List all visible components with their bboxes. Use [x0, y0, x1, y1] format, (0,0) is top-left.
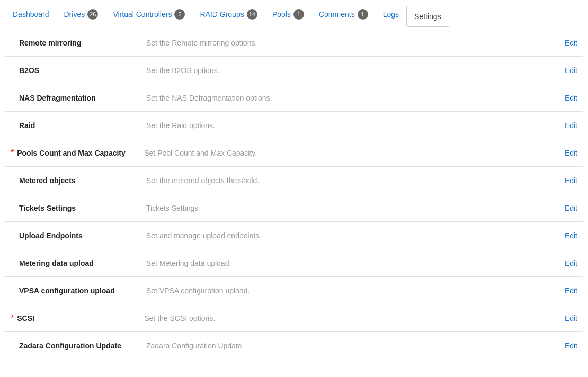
setting-name-remote-mirroring: Remote mirroring [19, 39, 136, 47]
setting-desc-nas-defragmentation: Set the NAS Defragmentation options. [136, 94, 565, 102]
nav-label-pools: Pools [272, 10, 291, 19]
nav-item-raid-groups[interactable]: RAID Groups14 [192, 0, 265, 29]
setting-name-text-pools-count-max-capacity: Pools Count and Max Capacity [17, 149, 126, 157]
setting-name-text-zadara-configuration-update: Zadara Configuration Update [19, 342, 121, 350]
nav-badge-drives: 26 [87, 9, 98, 20]
edit-button-remote-mirroring[interactable]: Edit [565, 39, 577, 47]
edit-button-upload-endpoints[interactable]: Edit [565, 231, 577, 240]
edit-button-vpsa-configuration-upload[interactable]: Edit [565, 286, 577, 295]
settings-row-tickets-settings: Tickets SettingsTickets SettingsEdit [5, 194, 583, 222]
setting-name-text-metered-objects: Metered objects [19, 176, 76, 185]
setting-name-text-tickets-settings: Tickets Settings [19, 204, 76, 212]
nav-badge-virtual-controllers: 2 [174, 9, 185, 20]
settings-row-scsi: *SCSISet the SCSI options.Edit [5, 304, 583, 332]
settings-row-b2os: B2OSSet the B2OS options.Edit [5, 57, 583, 84]
setting-name-zadara-configuration-update: Zadara Configuration Update [19, 342, 136, 350]
setting-name-text-metering-data-upload: Metering data upload [19, 259, 94, 267]
edit-button-scsi[interactable]: Edit [565, 314, 577, 322]
setting-name-scsi: SCSI [17, 314, 133, 322]
edit-button-raid[interactable]: Edit [565, 121, 577, 130]
settings-row-pools-count-max-capacity: *Pools Count and Max CapacitySet Pool Co… [5, 139, 583, 167]
nav-badge-raid-groups: 14 [247, 9, 257, 20]
setting-name-tickets-settings: Tickets Settings [19, 204, 136, 212]
settings-row-zadara-configuration-update: Zadara Configuration UpdateZadara Config… [5, 332, 583, 360]
nav-item-drives[interactable]: Drives26 [57, 0, 106, 29]
edit-button-zadara-configuration-update[interactable]: Edit [565, 342, 577, 350]
nav-label-settings: Settings [414, 12, 441, 21]
nav-item-dashboard[interactable]: Dashboard [5, 0, 57, 29]
nav-item-logs[interactable]: Logs [376, 0, 406, 29]
setting-name-metered-objects: Metered objects [19, 176, 136, 185]
setting-name-nas-defragmentation: NAS Defragmentation [19, 94, 136, 102]
setting-desc-pools-count-max-capacity: Set Pool Count and Max Capacity. [133, 149, 565, 157]
edit-button-pools-count-max-capacity[interactable]: Edit [565, 149, 577, 157]
setting-desc-b2os: Set the B2OS options. [136, 66, 565, 75]
settings-container: Remote mirroringSet the Remote mirroring… [0, 29, 588, 360]
nav-item-comments[interactable]: Comments1 [311, 0, 376, 29]
edit-button-metered-objects[interactable]: Edit [565, 176, 577, 185]
nav-badge-comments: 1 [358, 9, 368, 20]
nav-label-drives: Drives [64, 10, 85, 19]
setting-name-text-upload-endpoints: Upload Endpoints [19, 231, 83, 240]
nav-label-virtual-controllers: Virtual Controllers [113, 10, 172, 19]
setting-desc-tickets-settings: Tickets Settings [136, 204, 565, 212]
setting-desc-raid: Set the Raid options. [136, 121, 565, 130]
nav-badge-pools: 1 [293, 9, 304, 20]
setting-name-upload-endpoints: Upload Endpoints [19, 231, 136, 240]
setting-name-b2os: B2OS [19, 66, 136, 75]
settings-row-nas-defragmentation: NAS DefragmentationSet the NAS Defragmen… [5, 84, 583, 112]
edit-button-tickets-settings[interactable]: Edit [565, 204, 577, 212]
setting-desc-remote-mirroring: Set the Remote mirroring options. [136, 39, 565, 47]
settings-row-metering-data-upload: Metering data uploadSet Metering data up… [5, 249, 583, 277]
setting-name-text-raid: Raid [19, 121, 35, 130]
settings-row-remote-mirroring: Remote mirroringSet the Remote mirroring… [5, 29, 583, 57]
setting-desc-scsi: Set the SCSI options. [133, 314, 565, 322]
nav-item-pools[interactable]: Pools1 [265, 0, 311, 29]
setting-name-text-vpsa-configuration-upload: VPSA configuration upload [19, 286, 115, 295]
setting-desc-metered-objects: Set the metered objects threshold. [136, 176, 565, 185]
settings-row-vpsa-configuration-upload: VPSA configuration uploadSet VPSA config… [5, 277, 583, 304]
asterisk-scsi: * [11, 314, 14, 322]
setting-name-text-scsi: SCSI [17, 314, 34, 322]
nav-label-dashboard: Dashboard [13, 10, 49, 19]
edit-button-b2os[interactable]: Edit [565, 66, 577, 75]
edit-button-metering-data-upload[interactable]: Edit [565, 259, 577, 267]
setting-name-metering-data-upload: Metering data upload [19, 259, 136, 267]
nav-label-comments: Comments [319, 10, 355, 19]
setting-name-raid: Raid [19, 121, 136, 130]
asterisk-pools-count-max-capacity: * [11, 149, 14, 157]
setting-name-text-nas-defragmentation: NAS Defragmentation [19, 94, 96, 102]
setting-name-text-remote-mirroring: Remote mirroring [19, 39, 81, 47]
setting-name-text-b2os: B2OS [19, 66, 39, 75]
nav-item-settings[interactable]: Settings [406, 6, 449, 27]
setting-desc-upload-endpoints: Set and manage upload endpoints. [136, 231, 565, 240]
nav-item-virtual-controllers[interactable]: Virtual Controllers2 [105, 0, 192, 29]
setting-desc-vpsa-configuration-upload: Set VPSA configuration upload. [136, 286, 565, 295]
setting-desc-zadara-configuration-update: Zadara Configuration Update [136, 342, 565, 350]
setting-desc-metering-data-upload: Set Metering data upload. [136, 259, 565, 267]
settings-row-raid: RaidSet the Raid options.Edit [5, 112, 583, 139]
edit-button-nas-defragmentation[interactable]: Edit [565, 94, 577, 102]
setting-name-vpsa-configuration-upload: VPSA configuration upload [19, 286, 136, 295]
nav-bar: DashboardDrives26Virtual Controllers2RAI… [0, 0, 588, 29]
setting-name-pools-count-max-capacity: Pools Count and Max Capacity [17, 149, 133, 157]
nav-label-raid-groups: RAID Groups [200, 10, 244, 19]
nav-label-logs: Logs [383, 10, 399, 19]
settings-row-metered-objects: Metered objectsSet the metered objects t… [5, 167, 583, 194]
settings-row-upload-endpoints: Upload EndpointsSet and manage upload en… [5, 222, 583, 249]
